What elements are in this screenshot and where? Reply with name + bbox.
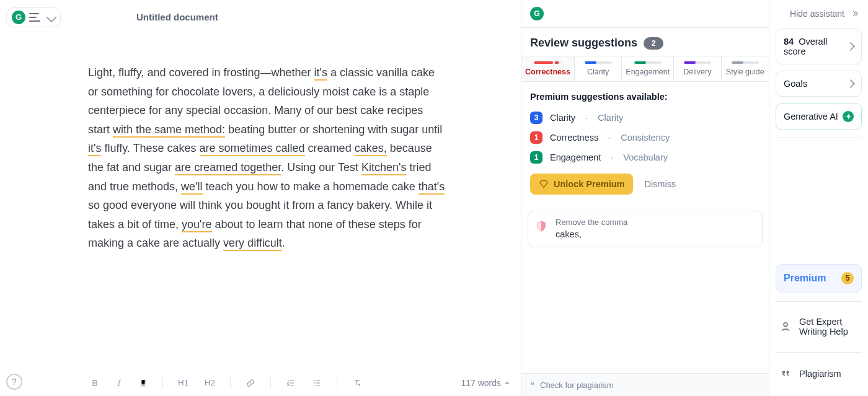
person-icon <box>779 320 792 333</box>
bar-delivery <box>684 61 711 64</box>
tab-engagement-label: Engagement <box>626 68 670 76</box>
link-button[interactable] <box>243 376 258 390</box>
premium-suggestions-header: Premium suggestions available: <box>530 92 760 102</box>
editor-header: G Untitled document <box>0 0 521 35</box>
svg-point-2 <box>314 384 315 385</box>
tab-style-guide[interactable]: Style guide <box>722 56 769 81</box>
underlined-text[interactable]: it's <box>314 66 327 81</box>
word-count[interactable]: 117 words <box>461 378 510 388</box>
underlined-text[interactable]: Kitchen's <box>361 161 406 175</box>
spark-icon: ✦ <box>843 111 854 122</box>
underlined-text[interactable]: cakes, <box>355 142 387 156</box>
plagiarism-check-label: Check for plagiarism <box>540 381 614 390</box>
bar-engagement <box>634 61 662 64</box>
expert-help-label: Get ExpertWriting Help <box>799 317 848 337</box>
app-menu-cluster[interactable]: G <box>6 7 61 27</box>
underlined-text[interactable]: that's <box>418 180 445 195</box>
clear-format-icon <box>352 379 362 387</box>
underlined-text[interactable]: are sometimes called <box>200 142 305 156</box>
underline-icon <box>139 379 148 387</box>
unlock-premium-label: Unlock Premium <box>554 179 624 189</box>
premium-count-badge: 5 <box>841 272 854 284</box>
unlock-row: Unlock Premium Dismiss <box>530 174 760 195</box>
expert-help-item[interactable]: Get ExpertWriting Help <box>776 310 862 343</box>
suggestion-row[interactable]: 1 Engagement · Vocabulary <box>530 147 760 167</box>
premium-suggestions: Premium suggestions available: 3 Clarity… <box>521 82 769 200</box>
bold-button[interactable] <box>88 376 102 390</box>
suggestions-panel: G Review suggestions 2 Correctness Clari… <box>521 0 769 396</box>
bulleted-list-icon <box>312 379 322 387</box>
panel-header: G <box>521 0 769 28</box>
grammarly-logo-icon: G <box>12 11 25 24</box>
quote-icon: ❝ <box>530 380 535 390</box>
italic-button[interactable] <box>113 376 125 390</box>
premium-card[interactable]: Premium 5 <box>776 264 862 293</box>
separator <box>270 377 271 389</box>
tab-engagement[interactable]: Engagement <box>622 56 674 81</box>
goals-label: Goals <box>784 79 807 89</box>
tab-delivery-label: Delivery <box>683 68 711 76</box>
overall-score-value: 84 <box>784 37 794 46</box>
editor[interactable]: Light, fluffy, and covered in frosting—w… <box>0 35 521 369</box>
separator <box>776 138 862 138</box>
chevron-right-icon <box>846 79 855 88</box>
dismiss-button[interactable]: Dismiss <box>644 179 676 189</box>
underlined-text[interactable]: with the same method: <box>113 123 225 138</box>
underlined-text[interactable]: very difficult <box>223 237 282 251</box>
unlock-premium-button[interactable]: Unlock Premium <box>530 174 633 195</box>
underlined-text[interactable]: it's <box>88 142 101 156</box>
underlined-text[interactable]: you're <box>182 218 211 232</box>
panel-footer[interactable]: ❝ Check for plagiarism <box>521 373 769 396</box>
overall-score-card[interactable]: 84 Overall score <box>776 29 862 64</box>
app: G Untitled document Light, fluffy, and c… <box>0 0 868 396</box>
suggestions-count-badge: 2 <box>644 37 663 50</box>
bar-style <box>732 61 759 64</box>
suggestion-row[interactable]: 3 Clarity · Clarity <box>530 108 760 128</box>
suggestion-card[interactable]: Remove the comma cakes, <box>528 211 763 247</box>
card-title: Remove the comma <box>556 218 753 227</box>
word-count-text: 117 words <box>461 378 501 388</box>
badge-count: 1 <box>530 131 542 144</box>
help-button[interactable]: ? <box>6 374 22 390</box>
chevrons-right-icon <box>849 9 861 18</box>
dot: · <box>608 133 611 143</box>
link-icon <box>246 379 255 387</box>
underlined-text[interactable]: we'll <box>181 180 202 195</box>
numbered-list-button[interactable] <box>283 376 298 390</box>
tab-correctness[interactable]: Correctness <box>521 56 575 81</box>
caret-up-icon <box>505 381 510 384</box>
underline-button[interactable] <box>136 376 150 390</box>
menu-icon[interactable] <box>29 13 42 22</box>
quote-icon <box>779 367 792 380</box>
underlined-text[interactable]: are creamed together <box>175 161 281 175</box>
hide-assistant-label: Hide assistant <box>790 9 844 19</box>
generative-ai-label: Generative AI <box>784 112 838 121</box>
tab-clarity[interactable]: Clarity <box>575 56 622 81</box>
grammarly-logo-icon: G <box>530 7 544 20</box>
document-title[interactable]: Untitled document <box>136 12 218 22</box>
svg-point-1 <box>314 382 315 384</box>
suggestion-sub: Consistency <box>621 133 670 143</box>
editor-paragraph[interactable]: Light, fluffy, and covered in frosting—w… <box>88 63 446 253</box>
generative-ai-card[interactable]: Generative AI ✦ <box>776 103 862 130</box>
h2-label: H2 <box>205 378 215 387</box>
dot: · <box>585 113 588 123</box>
h1-label: H1 <box>178 378 188 387</box>
suggestion-sub: Clarity <box>598 113 623 123</box>
clear-formatting-button[interactable] <box>350 376 365 390</box>
separator <box>776 301 862 302</box>
suggestion-row[interactable]: 1 Correctness · Consistency <box>530 128 760 147</box>
goals-card[interactable]: Goals <box>776 71 862 97</box>
bulleted-list-button[interactable] <box>309 376 324 390</box>
suggestion-title: Correctness <box>550 133 598 143</box>
plagiarism-item[interactable]: Plagiarism <box>776 361 862 386</box>
badge-count: 3 <box>530 112 542 124</box>
hide-assistant-button[interactable]: Hide assistant <box>776 7 862 22</box>
shield-icon <box>534 219 548 234</box>
h1-button[interactable]: H1 <box>175 376 191 390</box>
plagiarism-label: Plagiarism <box>799 369 841 379</box>
tab-delivery[interactable]: Delivery <box>674 56 721 81</box>
h2-button[interactable]: H2 <box>202 376 218 390</box>
suggestion-title: Clarity <box>550 113 575 123</box>
separator <box>230 377 231 389</box>
